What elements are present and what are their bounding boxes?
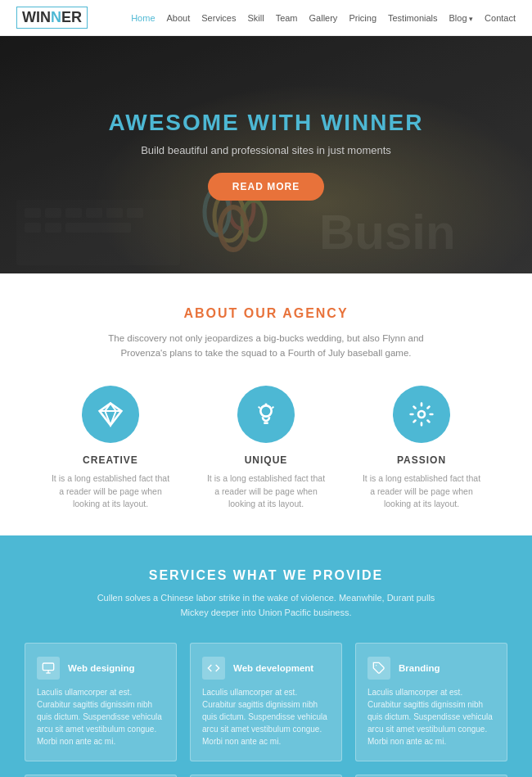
svg-rect-7 bbox=[127, 208, 143, 218]
services-section: SERVICES WHAT WE PROVIDE Cullen solves a… bbox=[0, 535, 532, 777]
svg-rect-4 bbox=[65, 208, 82, 218]
svg-rect-3 bbox=[45, 208, 61, 218]
nav-about[interactable]: About bbox=[167, 13, 191, 23]
svg-text:Busin: Busin bbox=[319, 205, 456, 260]
service-card-web-designing: Web designing Laculis ullamcorper at est… bbox=[25, 643, 177, 761]
features-row: CREATIVE It is a long established fact t… bbox=[33, 386, 499, 511]
nav-blog[interactable]: Blog bbox=[449, 13, 474, 23]
hero-subtitle: Build beautiful and professional sites i… bbox=[109, 144, 424, 156]
creative-icon-circle bbox=[82, 386, 139, 443]
nav: Home About Services Skill Team Gallery P… bbox=[131, 13, 516, 23]
creative-label: CREATIVE bbox=[83, 454, 138, 466]
unique-label: UNIQUE bbox=[245, 454, 288, 466]
nav-gallery[interactable]: Gallery bbox=[309, 13, 338, 23]
service-text-web-development: Laculis ullamcorper at est. Curabitur sa… bbox=[202, 686, 330, 748]
hero-title: AWESOME WITH WINNER bbox=[109, 110, 424, 136]
svg-point-22 bbox=[418, 411, 425, 418]
svg-line-21 bbox=[272, 406, 273, 408]
feature-unique: UNIQUE It is a long established fact tha… bbox=[205, 386, 327, 511]
nav-team[interactable]: Team bbox=[276, 13, 298, 23]
feature-creative: CREATIVE It is a long established fact t… bbox=[49, 386, 172, 511]
service-name-web-development: Web development bbox=[233, 663, 313, 673]
service-card-web-development: Web development Laculis ullamcorper at e… bbox=[190, 643, 342, 761]
gear-icon bbox=[408, 401, 435, 427]
service-name-branding: Branding bbox=[399, 663, 440, 673]
hero-content: AWESOME WITH WINNER Build beautiful and … bbox=[109, 110, 424, 201]
service-card-header: Web designing bbox=[37, 657, 165, 680]
tag-icon bbox=[367, 657, 390, 680]
passion-icon-circle bbox=[393, 386, 450, 443]
svg-rect-23 bbox=[43, 663, 53, 671]
service-card-header: Web development bbox=[202, 657, 330, 680]
unique-icon-circle bbox=[237, 386, 295, 443]
hero-title-highlight: WINNER bbox=[321, 110, 424, 135]
about-section: ABOUT OUR AGENCY The discovery not only … bbox=[0, 273, 532, 535]
svg-rect-6 bbox=[106, 208, 123, 218]
nav-pricing[interactable]: Pricing bbox=[349, 13, 376, 23]
passion-label: PASSION bbox=[397, 454, 446, 466]
svg-rect-9 bbox=[45, 223, 61, 233]
header: WINNER Home About Services Skill Team Ga… bbox=[0, 0, 532, 36]
svg-point-17 bbox=[260, 405, 271, 416]
bulb-icon bbox=[253, 401, 279, 427]
services-description: Cullen solves a Chinese labor strike in … bbox=[94, 591, 438, 620]
nav-services[interactable]: Services bbox=[201, 13, 236, 23]
service-card-branding: Branding Laculis ullamcorper at est. Cur… bbox=[355, 643, 507, 761]
about-description: The discovery not only jeopardizes a big… bbox=[94, 331, 438, 361]
passion-text: It is a long established fact that a rea… bbox=[360, 472, 483, 511]
read-more-button[interactable]: READ MORE bbox=[208, 173, 324, 201]
nav-home[interactable]: Home bbox=[131, 13, 155, 23]
services-grid: Web designing Laculis ullamcorper at est… bbox=[25, 643, 507, 777]
service-text-web-designing: Laculis ullamcorper at est. Curabitur sa… bbox=[37, 686, 165, 748]
service-card-header: Branding bbox=[367, 657, 495, 680]
diamond-icon bbox=[97, 401, 124, 427]
creative-text: It is a long established fact that a rea… bbox=[49, 472, 172, 511]
svg-line-20 bbox=[259, 406, 260, 408]
services-title: SERVICES WHAT WE PROVIDE bbox=[25, 568, 507, 583]
code-icon bbox=[202, 657, 225, 680]
nav-skill[interactable]: Skill bbox=[247, 13, 264, 23]
service-name-web-designing: Web designing bbox=[68, 663, 135, 673]
svg-rect-2 bbox=[25, 208, 41, 218]
svg-rect-8 bbox=[25, 223, 41, 233]
hero-section: Busin AWESOME WITH WINNER Build beautifu… bbox=[0, 36, 532, 273]
about-title: ABOUT OUR AGENCY bbox=[33, 306, 499, 321]
services-header: SERVICES WHAT WE PROVIDE Cullen solves a… bbox=[25, 568, 507, 620]
nav-contact[interactable]: Contact bbox=[485, 13, 516, 23]
monitor-icon bbox=[37, 657, 60, 680]
logo[interactable]: WINNER bbox=[16, 7, 88, 29]
svg-rect-10 bbox=[65, 223, 131, 233]
unique-text: It is a long established fact that a rea… bbox=[205, 472, 327, 511]
service-text-branding: Laculis ullamcorper at est. Curabitur sa… bbox=[367, 686, 495, 748]
nav-testimonials[interactable]: Testimonials bbox=[388, 13, 438, 23]
feature-passion: PASSION It is a long established fact th… bbox=[360, 386, 483, 511]
svg-rect-5 bbox=[86, 208, 102, 218]
